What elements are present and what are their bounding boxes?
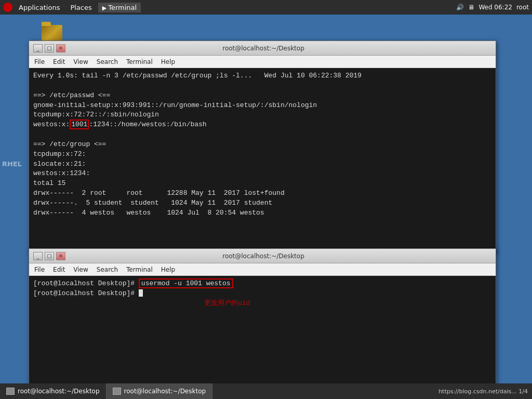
- term-line-12: total 15: [33, 179, 491, 189]
- maximize-button-1[interactable]: □: [45, 44, 54, 52]
- clock: Wed 06:22: [478, 4, 512, 11]
- taskbar-bottom: root@localhost:~/Desktop root@localhost:…: [0, 383, 532, 399]
- minimize-button-1[interactable]: _: [33, 44, 43, 52]
- menu-search-2[interactable]: Search: [95, 265, 120, 274]
- close-button-1[interactable]: ✕: [56, 44, 65, 52]
- close-button-2[interactable]: ✕: [56, 252, 65, 260]
- desktop: RHEL _ □ ✕ root@localhost:~/Desktop File…: [0, 15, 532, 383]
- terminal-2-title: root@localhost:~/Desktop: [65, 252, 461, 260]
- places-menu[interactable]: Places: [66, 3, 96, 12]
- terminal-1-titlebar: _ □ ✕ root@localhost:~/Desktop: [29, 41, 496, 56]
- menu-edit-2[interactable]: Edit: [51, 265, 67, 274]
- maximize-button-2[interactable]: □: [45, 252, 54, 260]
- prompt-2: [root@localhost Desktop]#: [33, 289, 135, 297]
- term-line-7: [33, 130, 491, 140]
- user-label: root: [516, 4, 529, 11]
- prompt-1: [root@localhost Desktop]#: [33, 280, 135, 287]
- volume-icon: 🔊: [456, 4, 464, 11]
- term-line-2: [33, 81, 491, 91]
- taskbar-top: Applications Places ▶Terminal 🔊 🖥 Wed 06…: [0, 0, 532, 15]
- terminal-1-body[interactable]: Every 1.0s: tail -n 3 /etc/passwd /etc/g…: [29, 68, 496, 253]
- term-cmd-line-1: [root@localhost Desktop]# usermod -u 100…: [33, 279, 491, 289]
- terminal-2-titlebar: _ □ ✕ root@localhost:~/Desktop: [29, 249, 496, 263]
- terminal-2-body[interactable]: [root@localhost Desktop]# usermod -u 100…: [29, 276, 496, 388]
- taskbar-window-1[interactable]: root@localhost:~/Desktop: [0, 383, 107, 399]
- terminal-menu[interactable]: ▶Terminal: [98, 3, 141, 12]
- terminal-window-1: _ □ ✕ root@localhost:~/Desktop File Edit…: [29, 41, 496, 254]
- menu-help-2[interactable]: Help: [159, 265, 177, 274]
- term-cmd-line-2: [root@localhost Desktop]#: [33, 289, 491, 299]
- menu-file-1[interactable]: File: [32, 57, 47, 66]
- term-line-14: drwx------. 5 student student 1024 May 1…: [33, 198, 491, 208]
- uid-highlight: 1001: [70, 119, 89, 129]
- term-line-11: westos:x:1234:: [33, 169, 491, 179]
- term-line-9: tcpdump:x:72:: [33, 150, 491, 159]
- taskbar-window-icon-1: [6, 388, 15, 395]
- term-line-5: tcpdump:x:72:72::/:sbin/nologin: [33, 110, 491, 120]
- page-info: https://blog.csdn.net/dais... 1/4: [438, 388, 528, 395]
- taskbar-right: 🔊 🖥 Wed 06:22 root: [456, 4, 529, 11]
- term-line-6: westos:x:1001:1234::/home/westos:/bin/ba…: [33, 120, 491, 130]
- minimize-button-2[interactable]: _: [33, 252, 43, 260]
- taskbar-left: Applications Places ▶Terminal: [3, 3, 141, 12]
- taskbar-bottom-right: https://blog.csdn.net/dais... 1/4: [438, 388, 532, 395]
- command-highlight: usermod -u 1001 westos: [139, 278, 233, 288]
- terminal-cursor: [139, 289, 143, 297]
- terminal-2-menubar: File Edit View Search Terminal Help: [29, 263, 496, 276]
- term-line-4: gnome-initial-setup:x:993:991::/run/gnom…: [33, 101, 491, 111]
- taskbar-window-label-2: root@localhost:~/Desktop: [124, 388, 206, 395]
- term-line-13: drwx------ 2 root root 12288 May 11 2017…: [33, 189, 491, 198]
- menu-view-2[interactable]: View: [71, 265, 90, 274]
- term-line-3: ==> /etc/passwd <==: [33, 91, 491, 101]
- terminal-window-2: _ □ ✕ root@localhost:~/Desktop File Edit…: [29, 248, 496, 389]
- menu-terminal-2[interactable]: Terminal: [124, 265, 155, 274]
- applications-menu[interactable]: Applications: [15, 3, 64, 12]
- taskbar-window-2[interactable]: root@localhost:~/Desktop: [107, 383, 213, 399]
- annotation-text: 更改用户的uid: [204, 299, 250, 307]
- term-line-1: Every 1.0s: tail -n 3 /etc/passwd /etc/g…: [33, 71, 491, 81]
- menu-terminal-1[interactable]: Terminal: [124, 57, 155, 66]
- menu-file-2[interactable]: File: [32, 265, 47, 274]
- rhel-label: RHEL: [0, 160, 22, 168]
- taskbar-window-icon-2: [113, 388, 121, 395]
- menu-search-1[interactable]: Search: [95, 57, 120, 66]
- terminal-1-menubar: File Edit View Search Terminal Help: [29, 56, 496, 68]
- terminal-1-title: root@localhost:~/Desktop: [65, 45, 461, 52]
- win-buttons-2: _ □ ✕: [32, 252, 65, 260]
- win-buttons-1: _ □ ✕: [32, 44, 65, 52]
- display-icon: 🖥: [468, 4, 474, 11]
- menu-view-1[interactable]: View: [71, 57, 90, 66]
- term-line-15: drwx------ 4 westos westos 1024 Jul 8 20…: [33, 208, 491, 218]
- os-logo-icon: [3, 3, 12, 12]
- menu-edit-1[interactable]: Edit: [51, 57, 67, 66]
- term-line-8: ==> /etc/group <==: [33, 140, 491, 150]
- taskbar-window-label-1: root@localhost:~/Desktop: [18, 388, 100, 395]
- taskbar-bottom-left: root@localhost:~/Desktop root@localhost:…: [0, 383, 212, 399]
- term-line-10: slocate:x:21:: [33, 159, 491, 169]
- annotation-line: 更改用户的uid: [33, 299, 491, 309]
- menu-help-1[interactable]: Help: [159, 57, 177, 66]
